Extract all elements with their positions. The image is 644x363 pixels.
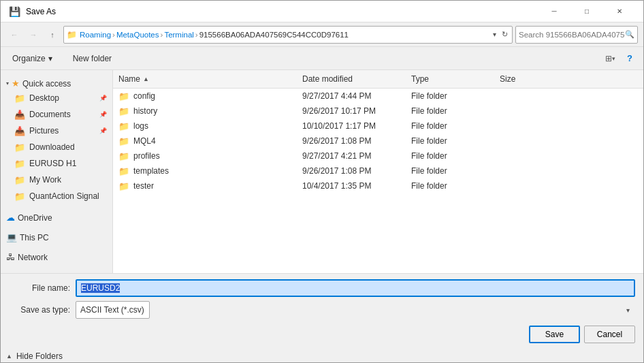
- file-list-header: Name ▲ Date modified Type Size: [113, 70, 643, 89]
- title-bar: 💾 Save As ─ □ ✕: [1, 1, 643, 22]
- file-type-cell: File folder: [406, 178, 494, 193]
- organize-button[interactable]: Organize ▾: [6, 51, 59, 66]
- sidebar-item-quantaction[interactable]: 📁 QuantAction Signal: [1, 188, 112, 204]
- breadcrumb-metaquotes[interactable]: MetaQuotes: [116, 31, 159, 39]
- table-row[interactable]: 📁 templates 9/26/2017 1:08 PM File folde…: [113, 163, 643, 178]
- sidebar-item-desktop[interactable]: 📁 Desktop 📌: [1, 90, 112, 106]
- quick-access-chevron-icon: ▾: [6, 80, 9, 86]
- onedrive-icon: ☁: [6, 212, 15, 223]
- address-dropdown-button[interactable]: ▾: [492, 31, 498, 38]
- file-name-text: config: [133, 91, 155, 101]
- search-icon: 🔍: [625, 30, 634, 39]
- sidebar-divider-2: [1, 224, 112, 230]
- breadcrumb-current: 915566BA06ADA407569C544CC0D97611: [199, 31, 349, 39]
- breadcrumb: Roaming › MetaQuotes › Terminal › 915566…: [80, 31, 489, 39]
- minimize-button[interactable]: ─: [538, 4, 570, 19]
- hide-folders-label: Hide Folders: [16, 351, 63, 361]
- table-row[interactable]: 📁 history 9/26/2017 10:17 PM File folder: [113, 104, 643, 119]
- downloaded-label: Downloaded: [29, 142, 75, 152]
- file-toolbar: Organize ▾ New folder ⊞ ▾ ?: [1, 47, 643, 70]
- organize-label: Organize: [12, 54, 46, 63]
- sidebar-item-network[interactable]: 🖧 Network: [1, 249, 112, 264]
- file-type-cell: File folder: [406, 163, 494, 178]
- file-modified-cell: 10/10/2017 1:17 PM: [297, 119, 406, 133]
- table-row[interactable]: 📁 tester 10/4/2017 1:35 PM File folder: [113, 178, 643, 193]
- file-size-cell: [494, 138, 562, 144]
- view-dropdown-icon: ▾: [612, 55, 615, 62]
- filename-label: File name:: [9, 283, 70, 293]
- table-row[interactable]: 📁 config 9/27/2017 4:44 PM File folder: [113, 89, 643, 104]
- quick-access-header[interactable]: ▾ ★ Quick access: [1, 76, 112, 90]
- file-name-cell: 📁 profiles: [113, 148, 297, 164]
- search-box[interactable]: 🔍: [515, 26, 638, 44]
- file-size-cell: [494, 108, 562, 114]
- cancel-button[interactable]: Cancel: [584, 326, 635, 343]
- search-input[interactable]: [519, 31, 625, 39]
- sidebar-divider-1: [1, 204, 112, 210]
- folder-icon: 📁: [118, 136, 129, 146]
- sidebar-item-mywork[interactable]: 📁 My Work: [1, 172, 112, 188]
- main-content: ▾ ★ Quick access 📁 Desktop 📌 📥 Documents…: [1, 70, 643, 273]
- close-button[interactable]: ✕: [604, 4, 635, 19]
- column-modified[interactable]: Date modified: [297, 72, 406, 86]
- table-row[interactable]: 📁 profiles 9/27/2017 4:21 PM File folder: [113, 148, 643, 163]
- filename-input[interactable]: [76, 279, 635, 297]
- sidebar-item-downloaded[interactable]: 📁 Downloaded: [1, 139, 112, 155]
- address-bar[interactable]: 📁 Roaming › MetaQuotes › Terminal › 9155…: [63, 26, 513, 44]
- sort-arrow-icon: ▲: [143, 76, 149, 82]
- sidebar-item-onedrive[interactable]: ☁ OneDrive: [1, 210, 112, 224]
- file-list: Name ▲ Date modified Type Size 📁 config …: [113, 70, 643, 273]
- quick-access-label: Quick access: [22, 79, 71, 89]
- file-modified-cell: 10/4/2017 1:35 PM: [297, 178, 406, 193]
- file-name-cell: 📁 MQL4: [113, 133, 297, 149]
- documents-label: Documents: [29, 110, 71, 119]
- desktop-folder-icon: 📁: [14, 93, 25, 104]
- sidebar-item-eurusd[interactable]: 📁 EURUSD H1: [1, 155, 112, 172]
- organize-chevron-icon: ▾: [48, 54, 52, 63]
- file-name-text: history: [133, 106, 157, 116]
- view-icon: ⊞: [605, 54, 612, 63]
- back-button[interactable]: ←: [6, 27, 22, 43]
- filename-row: File name:: [9, 279, 635, 297]
- file-name-text: logs: [133, 121, 148, 131]
- folder-icon: 📁: [118, 106, 129, 116]
- column-type[interactable]: Type: [406, 72, 494, 86]
- breadcrumb-roaming[interactable]: Roaming: [80, 31, 111, 39]
- title-icon: 💾: [9, 6, 20, 17]
- column-size[interactable]: Size: [494, 72, 562, 86]
- sidebar-item-thispc[interactable]: 💻 This PC: [1, 230, 112, 244]
- sidebar-item-pictures[interactable]: 📥 Pictures 📌: [1, 123, 112, 139]
- file-name-cell: 📁 config: [113, 89, 297, 104]
- pictures-pin-icon: 📌: [99, 127, 107, 134]
- file-modified-cell: 9/27/2017 4:44 PM: [297, 89, 406, 104]
- filetype-select[interactable]: ASCII Text (*.csv): [76, 301, 150, 319]
- file-modified-cell: 9/26/2017 1:08 PM: [297, 133, 406, 148]
- new-folder-button[interactable]: New folder: [67, 51, 118, 66]
- file-name-cell: 📁 history: [113, 104, 297, 119]
- sidebar: ▾ ★ Quick access 📁 Desktop 📌 📥 Documents…: [1, 70, 113, 273]
- help-button[interactable]: ?: [622, 50, 638, 67]
- documents-pin-icon: 📌: [99, 111, 107, 118]
- folder-icon: 📁: [118, 121, 129, 131]
- network-icon: 🖧: [6, 252, 15, 262]
- breadcrumb-terminal[interactable]: Terminal: [164, 31, 193, 39]
- save-button[interactable]: Save: [529, 326, 580, 343]
- file-modified-cell: 9/26/2017 1:08 PM: [297, 163, 406, 178]
- address-refresh-button[interactable]: ↻: [500, 30, 509, 39]
- file-name-cell: 📁 tester: [113, 178, 297, 194]
- table-row[interactable]: 📁 logs 10/10/2017 1:17 PM File folder: [113, 119, 643, 133]
- maximize-button[interactable]: □: [571, 4, 602, 19]
- filetype-select-wrapper: ASCII Text (*.csv): [76, 301, 635, 319]
- downloaded-folder-icon: 📁: [14, 142, 25, 153]
- table-row[interactable]: 📁 MQL4 9/26/2017 1:08 PM File folder: [113, 133, 643, 148]
- file-type-cell: File folder: [406, 133, 494, 148]
- folder-icon: 📁: [118, 151, 129, 161]
- forward-button[interactable]: →: [25, 27, 42, 43]
- filetype-label: Save as type:: [9, 305, 70, 315]
- column-name[interactable]: Name ▲: [113, 72, 297, 86]
- up-button[interactable]: ↑: [44, 27, 61, 43]
- hide-folders-bar[interactable]: ▲ Hide Folders: [1, 349, 643, 362]
- sidebar-item-documents[interactable]: 📥 Documents 📌: [1, 106, 112, 123]
- file-size-cell: [494, 183, 562, 189]
- view-button[interactable]: ⊞ ▾: [601, 50, 619, 67]
